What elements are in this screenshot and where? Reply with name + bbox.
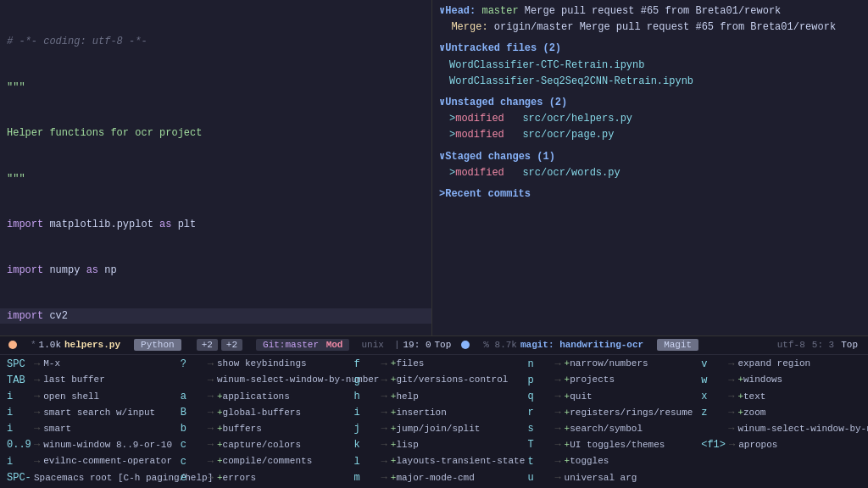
code-line: import cv2 xyxy=(0,308,431,324)
sb-magit-title: magit: handwriting-ocr xyxy=(520,340,643,350)
sb-python-badge[interactable]: Python xyxy=(134,339,181,351)
help-row: h→+help xyxy=(354,389,515,405)
help-row: B→+global-buffers xyxy=(181,405,341,421)
sb-git-label: Git:master xyxy=(263,340,319,350)
sb-position: | 19: 0 Top xyxy=(389,336,456,354)
help-row: u→universal arg xyxy=(527,470,687,486)
help-row: k→+lisp xyxy=(354,437,515,453)
sb-git-info[interactable]: Git:master Mod xyxy=(249,336,356,354)
sb-language[interactable]: Python xyxy=(125,336,190,354)
help-col-2: ?→show keybindings →winum-select-window-… xyxy=(174,357,348,487)
help-row: TAB→last buffer xyxy=(7,373,167,389)
git-head-branch: master xyxy=(481,5,518,17)
help-row: l→+layouts-transient-state xyxy=(354,454,515,470)
help-row: T→+UI toggles/themes xyxy=(527,437,687,453)
sb-unix-label: unix xyxy=(361,340,383,350)
sb-file-size: 1.0k xyxy=(39,340,61,350)
code-line: Helper functions for ocr project xyxy=(0,125,431,141)
git-merge-line: Merge: origin/master Merge pull request … xyxy=(439,19,861,36)
help-row: f→+files xyxy=(354,357,515,373)
sb-magit-badge-label[interactable]: Magit xyxy=(657,339,698,351)
help-row: i→evilnc-comment-operator xyxy=(7,454,167,470)
sb-orange-indicator xyxy=(3,336,25,354)
help-row: →winum-select-window-by-number xyxy=(701,421,861,437)
git-untracked-section: ∨Untracked files (2) WordClassifier-CTC-… xyxy=(439,41,861,90)
code-line: """ xyxy=(0,171,431,186)
code-line: """ xyxy=(0,80,431,95)
sb-line-col: 5: 3 xyxy=(812,340,834,350)
help-row: i→open shell xyxy=(7,389,167,405)
sb-magit-badge[interactable]: Magit xyxy=(648,336,707,354)
help-row: b→+buffers xyxy=(181,421,341,437)
code-content: # -*- coding: utf-8 -*- """ Helper funct… xyxy=(0,0,431,336)
sb-blue-indicator xyxy=(456,336,478,354)
help-row: c→+compile/comments xyxy=(181,454,341,470)
help-row: SPC-Spacemacs root [C-h paging/help] xyxy=(7,470,167,486)
help-row: i→smart xyxy=(7,421,167,437)
sb-file-info: * 1.0k helpers.py xyxy=(25,336,125,354)
help-row: j→+jump/join/split xyxy=(354,421,515,437)
sb-file-name: helpers.py xyxy=(64,340,120,350)
sb-magit-size: % 8.7k xyxy=(483,340,517,350)
sb-pos-label: 19: 0 xyxy=(403,340,431,350)
help-row: w→+windows xyxy=(701,373,861,389)
help-row: i→+insertion xyxy=(354,405,515,421)
git-merge-label: Merge: xyxy=(451,21,487,33)
git-untracked-file-2[interactable]: WordClassifier-Seq2Seq2CNN-Retrain.ipynb xyxy=(439,74,861,90)
git-unstaged-file-1[interactable]: >modified src/ocr/helpers.py xyxy=(439,111,861,127)
help-row: x→+text xyxy=(701,389,861,405)
help-row: m→+major-mode-cmd xyxy=(354,470,515,486)
git-head-arrow: ∨Head: xyxy=(439,5,476,17)
git-head-line: ∨Head: master Merge pull request #65 fro… xyxy=(439,3,861,19)
git-merge-value: origin/master Merge pull request #65 fro… xyxy=(494,21,836,33)
sb-encoding: utf-8 xyxy=(777,340,805,350)
help-row: SPC→M-x xyxy=(7,357,167,373)
help-row: e→+errors xyxy=(181,470,341,486)
help-row: n→+narrow/numbers xyxy=(527,357,687,373)
help-row: q→+quit xyxy=(527,389,687,405)
code-line: import matplotlib.pyplot as plt xyxy=(0,217,431,232)
help-bar: SPC→M-x TAB→last buffer i→open shell i→s… xyxy=(0,354,868,489)
help-row: r→+registers/rings/resume xyxy=(527,405,687,421)
code-editor[interactable]: # -*- coding: utf-8 -*- """ Helper funct… xyxy=(0,0,432,336)
git-unstaged-section: ∨Unstaged changes (2) >modified src/ocr/… xyxy=(439,95,861,144)
main-area: # -*- coding: utf-8 -*- """ Helper funct… xyxy=(0,0,868,336)
help-col-1: SPC→M-x TAB→last buffer i→open shell i→s… xyxy=(0,357,174,487)
help-col-4: n→+narrow/numbers p→+projects q→+quit r→… xyxy=(520,357,694,487)
help-row: t→+toggles xyxy=(527,454,687,470)
git-unstaged-header: ∨Unstaged changes (2) xyxy=(439,95,861,111)
help-row: c→+capture/colors xyxy=(181,437,341,453)
help-row: v→expand region xyxy=(701,357,861,373)
git-unstaged-file-2[interactable]: >modified src/ocr/page.py xyxy=(439,127,861,143)
help-col-3: f→+files g→+git/versions-control h→+help… xyxy=(348,357,521,487)
git-recent-header: >Recent commits xyxy=(439,186,861,202)
help-row: i→smart search w/input xyxy=(7,405,167,421)
sb-badge-1: +2 xyxy=(197,339,218,351)
code-line: import numpy as np xyxy=(0,263,431,278)
help-row: →winum-select-window-by-number xyxy=(181,373,341,389)
sb-unix: unix xyxy=(356,336,388,354)
sb-badges: +2 +2 xyxy=(190,336,249,354)
git-recent-section: >Recent commits xyxy=(439,186,861,202)
help-row: <f1>→apropos xyxy=(701,437,861,453)
help-col-5: v→expand region w→+windows x→+text z→+zo… xyxy=(694,357,868,487)
git-panel: ∨Head: master Merge pull request #65 fro… xyxy=(432,0,868,336)
sb-right-info: utf-8 5: 3 Top xyxy=(777,340,865,350)
help-row: g→+git/versions-control xyxy=(354,373,515,389)
status-bar: * 1.0k helpers.py Python +2 +2 Git:maste… xyxy=(0,336,868,354)
help-row: a→+applications xyxy=(181,389,341,405)
git-staged-header: ∨Staged changes (1) xyxy=(439,149,861,165)
git-staged-file-1[interactable]: >modified src/ocr/words.py xyxy=(439,165,861,181)
blue-dot-icon xyxy=(461,341,470,349)
help-row: 0..9→winum-window 8..9-or-10 xyxy=(7,437,167,453)
orange-dot-icon xyxy=(8,341,17,349)
sb-git-badge[interactable]: Git:master Mod xyxy=(256,339,349,351)
git-staged-section: ∨Staged changes (1) >modified src/ocr/wo… xyxy=(439,149,861,181)
sb-top-right-label: Top xyxy=(841,340,858,350)
sb-magit-info: % 8.7k magit: handwriting-ocr xyxy=(478,336,648,354)
sb-mod-label: Mod xyxy=(326,340,343,350)
sb-top-left-label: Top xyxy=(435,340,452,350)
git-untracked-file-1[interactable]: WordClassifier-CTC-Retrain.ipynb xyxy=(439,58,861,74)
code-line: # -*- coding: utf-8 -*- xyxy=(0,34,431,49)
sb-badge-2: +2 xyxy=(221,339,242,351)
